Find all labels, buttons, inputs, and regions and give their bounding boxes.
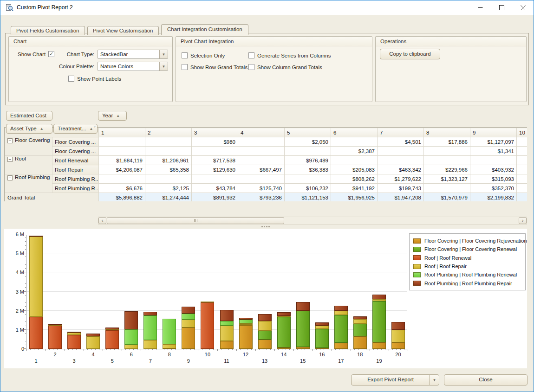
pivot-value-cell[interactable] [192,147,238,156]
row-field-asset-type[interactable]: Asset Type▲ [6,124,52,134]
bar-segment-year-12[interactable] [239,320,253,323]
pivot-asset-cell[interactable]: −Roof Plumbing [5,174,52,193]
bar-segment-year-3[interactable] [67,333,81,335]
pivot-value-cell[interactable] [470,156,517,165]
bar-segment-year-11[interactable] [220,326,234,341]
pivot-value-cell[interactable]: $106,232 [285,184,331,193]
bar-segment-year-17[interactable] [334,311,348,315]
bar-segment-year-18[interactable] [353,324,367,336]
pivot-value-cell[interactable]: $6,676 [99,184,145,193]
pivot-value-cell[interactable]: $205,083 [331,165,378,174]
bar-segment-year-4[interactable] [86,336,100,349]
pivot-value-cell[interactable] [145,137,192,147]
grand-total-cell[interactable]: $5,896,882 [99,193,145,202]
bar-segment-year-1[interactable] [29,237,43,317]
bar-segment-year-12[interactable] [239,325,253,349]
pivot-value-cell[interactable]: $717,538 [192,156,238,165]
tab-pivot-fields-customisation[interactable]: Pivot Fields Customisation [11,26,85,35]
pivot-value-cell[interactable] [192,174,238,184]
pivot-value-cell[interactable]: $941,192 [331,184,378,193]
pivot-value-cell[interactable] [238,147,285,156]
pivot-value-cell[interactable] [424,156,470,165]
splitter-handle[interactable] [4,225,527,229]
tab-chart-integration-customisation[interactable]: Chart Integration Customisation [161,24,248,35]
pivot-value-cell[interactable]: $403,932 [470,165,517,174]
horizontal-scrollbar[interactable]: ‹ › [98,217,527,225]
pivot-value-cell[interactable]: $1,279,622 [378,174,424,184]
pivot-value-cell[interactable]: $4,206,087 [99,165,145,174]
pivot-value-cell[interactable]: $2,387 [331,147,378,156]
collapse-icon[interactable]: − [7,138,13,143]
bar-segment-year-14[interactable] [277,317,291,347]
bar-segment-year-10[interactable] [201,302,214,349]
bar-segment-year-11[interactable] [220,310,234,321]
bar-segment-year-19[interactable] [372,295,386,299]
pivot-column-header[interactable]: 5 [285,128,331,137]
pivot-value-cell[interactable]: $352,370 [470,184,517,193]
pivot-value-cell[interactable] [285,174,331,184]
bar-segment-year-2[interactable] [48,325,62,326]
bar-segment-year-16[interactable] [315,326,329,329]
pivot-value-cell[interactable] [517,156,527,165]
pivot-column-header[interactable]: 3 [192,128,238,137]
pivot-treatment-cell[interactable]: Floor Covering ... [52,147,99,156]
bar-segment-year-9[interactable] [182,307,195,314]
grand-total-cell[interactable]: $891,932 [192,193,238,202]
pivot-value-cell[interactable] [238,137,285,147]
pivot-value-cell[interactable] [285,147,331,156]
bar-segment-year-8[interactable] [163,344,176,348]
pivot-treatment-cell[interactable]: Roof Plumbing R... [52,184,99,193]
grand-total-cell[interactable]: $1,956,925 [331,193,378,202]
grand-total-cell[interactable]: $1,570,979 [424,193,470,202]
bar-segment-year-18[interactable] [353,336,367,349]
bar-segment-year-16[interactable] [315,348,329,349]
pivot-value-cell[interactable]: $1,341 [470,147,517,156]
bar-segment-year-8[interactable] [163,319,176,344]
pivot-value-cell[interactable] [517,165,527,174]
show-point-labels-checkbox[interactable] [68,76,74,82]
generate-series-from-columns-checkbox[interactable] [248,52,254,58]
pivot-value-cell[interactable]: $4,501 [378,137,424,147]
pivot-value-cell[interactable]: $315,093 [470,174,517,184]
bar-segment-year-17[interactable] [334,306,348,311]
minimize-button[interactable] [469,0,491,15]
chevron-down-icon[interactable]: ▾ [159,50,168,58]
pivot-value-cell[interactable]: $129,630 [192,165,238,174]
bar-segment-year-7[interactable] [143,312,157,315]
chart-type-dropdown[interactable]: StackedBar ▾ [98,50,168,59]
grand-total-cell[interactable]: $793,236 [238,193,285,202]
show-row-grand-totals-checkbox[interactable] [182,64,188,70]
bar-segment-year-1[interactable] [29,236,43,237]
show-column-grand-totals-checkbox[interactable] [248,64,254,70]
bar-segment-year-14[interactable] [277,316,291,317]
pivot-value-cell[interactable]: $2,050 [285,137,331,147]
bar-segment-year-6[interactable] [124,311,138,329]
bar-segment-year-1[interactable] [29,317,43,349]
pivot-value-cell[interactable] [424,147,470,156]
pivot-value-cell[interactable] [378,156,424,165]
pivot-value-cell[interactable] [99,174,145,184]
show-chart-checkbox[interactable]: ✓ [48,51,54,57]
grand-total-cell[interactable]: $1,947,208 [378,193,424,202]
pivot-treatment-cell[interactable]: Roof Renewal [52,156,99,165]
bar-segment-year-20[interactable] [391,330,405,342]
colour-palette-dropdown[interactable]: Nature Colors ▾ [98,62,168,71]
bar-segment-year-15[interactable] [296,302,310,311]
bar-segment-year-9[interactable] [182,314,195,320]
grand-total-cell[interactable]: $2,199,832 [470,193,517,202]
pivot-value-cell[interactable] [145,174,192,184]
grand-total-cell[interactable] [517,193,527,202]
close-dialog-button[interactable]: Close [444,374,527,386]
pivot-value-cell[interactable]: $2,125 [145,184,192,193]
export-dropdown-button[interactable]: ▾ [430,374,439,386]
pivot-value-cell[interactable]: $463,342 [378,165,424,174]
pivot-value-cell[interactable]: $1,323,127 [424,174,470,184]
bar-segment-year-12[interactable] [239,323,253,325]
close-button[interactable] [512,0,534,15]
bar-segment-year-11[interactable] [220,341,234,349]
data-field-estimated-cost[interactable]: Estimated Cost [6,111,52,121]
pivot-column-header[interactable]: 4 [238,128,285,137]
pivot-value-cell[interactable] [99,147,145,156]
pivot-value-cell[interactable] [331,137,378,147]
pivot-value-cell[interactable]: $17,886 [424,137,470,147]
